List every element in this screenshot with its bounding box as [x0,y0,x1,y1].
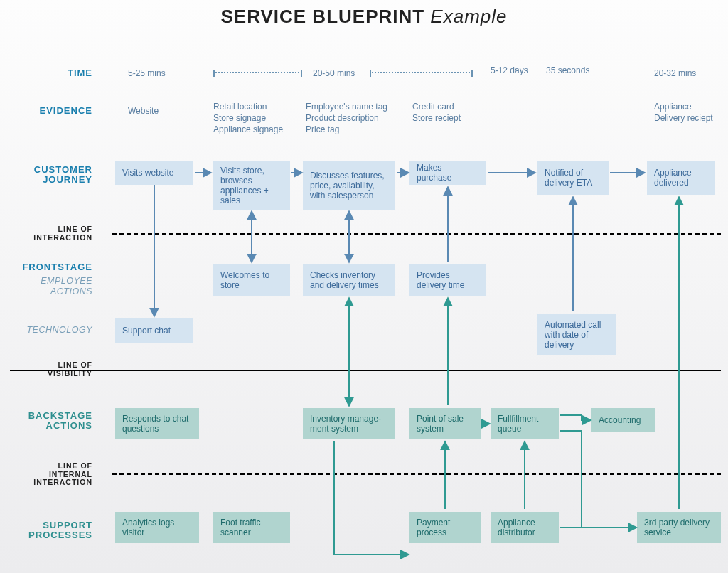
support-box-4: Payment process [410,512,481,543]
time-c7: 20-32 mins [654,68,696,79]
time-rule-left [213,72,302,73]
label-support: SUPPORT PROCESSES [0,520,92,541]
backstage-box-3: Inventory manage- ment system [303,408,395,439]
evidence-c7: Appliance Delivery reciept [654,101,713,124]
journey-box-1: Visits website [115,161,193,185]
journey-box-4: Makes purchase [410,161,486,185]
backstage-box-1: Responds to chat questions [115,408,199,439]
evidence-c4: Credit card Store reciept [412,101,461,124]
backstage-box-5: Fullfillment queue [491,408,559,439]
journey-box-3: Discusses features, price, availability,… [303,161,395,210]
journey-box-6: Notified of delivery ETA [537,161,609,195]
evidence-c3: Employee's name tag Product description … [306,101,387,136]
time-c6: 35 seconds [546,65,589,75]
backstage-box-4: Point of sale system [410,408,481,439]
label-line-internal: LINE OF INTERNAL INTERACTION [0,462,92,487]
time-c5: 5-12 days [491,65,528,75]
journey-box-2: Visits store, browses appliances + sales [213,161,290,210]
employee-box-4: Provides delivery time [410,264,486,296]
label-time: TIME [0,68,92,78]
support-box-7: 3rd party delivery service [637,512,721,543]
time-c1: 5-25 mins [128,68,166,79]
label-frontstage: FRONTSTAGE [0,262,92,272]
time-c2: 20-50 mins [313,68,355,79]
page-title: SERVICE BLUEPRINT Example [0,6,728,28]
label-backstage: BACKSTAGE ACTIONS [0,411,92,432]
line-of-interaction [112,233,721,235]
label-evidence: EVIDENCE [0,105,92,116]
title-bold: SERVICE BLUEPRINT [220,6,424,27]
label-employee: EMPLOYEE ACTIONS [0,276,92,297]
label-line-interaction: LINE OF INTERACTION [0,225,92,242]
line-of-visibility [10,370,721,371]
support-box-1: Analytics logs visitor [115,512,199,543]
support-box-2: Foot traffic scanner [213,512,290,543]
blueprint-diagram: TIME EVIDENCE CUSTOMER JOURNEY LINE OF I… [0,43,728,569]
title-light: Example [424,6,507,27]
evidence-c2: Retail location Store signage Appliance … [213,101,283,136]
journey-box-7: Appliance delivered [647,161,715,195]
evidence-c1: Website [128,105,159,117]
tech-box-1: Support chat [115,318,193,343]
time-rule-right [370,72,473,73]
employee-box-2: Welcomes to store [213,264,290,296]
label-technology: TECHNOLOGY [0,325,92,335]
backstage-box-6: Accounting [592,408,655,432]
line-of-internal-interaction [112,473,721,475]
label-journey: CUSTOMER JOURNEY [0,165,92,186]
employee-box-3: Checks inventory and delivery times [303,264,395,296]
support-box-5: Appliance distributor [491,512,559,543]
tech-box-6: Automated call with date of delivery [537,314,616,355]
